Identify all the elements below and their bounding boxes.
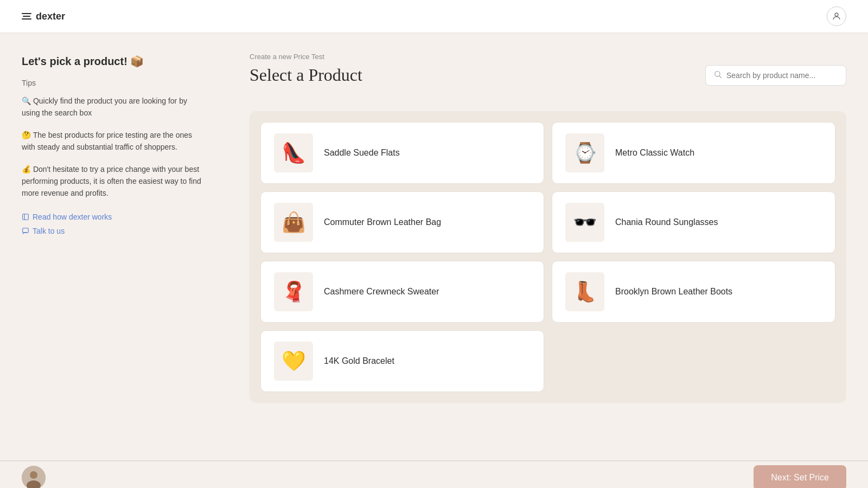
svg-point-0	[835, 13, 838, 16]
tip2-icon: 🤔	[22, 131, 31, 139]
search-box	[705, 65, 846, 86]
breadcrumb: Create a new Price Test	[250, 53, 846, 61]
sidebar-tip-1: 🔍 Quickly find the product you are looki…	[22, 95, 206, 119]
svg-point-4	[715, 72, 720, 76]
sidebar: Let's pick a product! 📦 Tips 🔍 Quickly f…	[0, 33, 228, 460]
next-button[interactable]: Next: Set Price	[754, 465, 846, 489]
product-card-cashmere-crewneck-sweater[interactable]: 🧣Cashmere Crewneck Sweater	[260, 261, 544, 323]
svg-line-5	[719, 76, 722, 78]
avatar	[22, 466, 46, 489]
page-title: Select a Product	[250, 65, 362, 85]
chat-icon	[22, 227, 29, 235]
product-image-brooklyn-brown-leather-boots: 👢	[565, 272, 604, 311]
product-name-metro-classic-watch: Metro Classic Watch	[615, 148, 694, 158]
product-image-commuter-brown-leather-bag: 👜	[274, 203, 313, 242]
avatar-image	[22, 466, 46, 489]
product-name-commuter-brown-leather-bag: Commuter Brown Leather Bag	[324, 217, 441, 227]
tip1-icon: 🔍	[22, 97, 31, 105]
book-icon	[22, 213, 29, 221]
sidebar-tips-label: Tips	[22, 79, 206, 87]
talk-to-us-link[interactable]: Talk to us	[22, 227, 206, 235]
tip3-icon: 💰	[22, 165, 31, 174]
product-name-saddle-suede-flats: Saddle Suede Flats	[324, 148, 400, 158]
sidebar-title: Let's pick a product! 📦	[22, 55, 206, 68]
product-name-cashmere-crewneck-sweater: Cashmere Crewneck Sweater	[324, 287, 439, 297]
sidebar-tip-2: 🤔 The best products for price testing ar…	[22, 129, 206, 153]
svg-point-7	[30, 471, 37, 479]
sidebar-tip-3: 💰 Don't hesitate to try a price change w…	[22, 163, 206, 200]
sidebar-links: Read how dexter works Talk to us	[22, 213, 206, 235]
products-area: 👠Saddle Suede Flats⌚Metro Classic Watch👜…	[250, 111, 846, 403]
product-image-cashmere-crewneck-sweater: 🧣	[274, 272, 313, 311]
product-card-chania-round-sunglasses[interactable]: 🕶️Chania Round Sunglasses	[552, 191, 835, 253]
product-name-brooklyn-brown-leather-boots: Brooklyn Brown Leather Boots	[615, 287, 732, 297]
tip3-text: Don't hesitate to try a price change wit…	[22, 165, 201, 198]
main-layout: Let's pick a product! 📦 Tips 🔍 Quickly f…	[0, 33, 868, 460]
read-how-link[interactable]: Read how dexter works	[22, 213, 206, 221]
svg-rect-1	[23, 214, 29, 220]
logo-icon	[22, 13, 31, 20]
logo-text: dexter	[36, 11, 65, 22]
tip1-text: Quickly find the product you are looking…	[22, 97, 187, 117]
header: dexter	[0, 0, 868, 33]
product-card-metro-classic-watch[interactable]: ⌚Metro Classic Watch	[552, 122, 835, 184]
footer: Next: Set Price	[0, 461, 868, 488]
user-icon	[832, 11, 841, 21]
product-image-14k-gold-bracelet: 💛	[274, 342, 313, 381]
product-card-14k-gold-bracelet[interactable]: 💛14K Gold Bracelet	[260, 330, 544, 392]
products-grid: 👠Saddle Suede Flats⌚Metro Classic Watch👜…	[260, 122, 835, 392]
product-image-metro-classic-watch: ⌚	[565, 133, 604, 172]
svg-rect-3	[23, 228, 29, 232]
search-input[interactable]	[726, 71, 838, 80]
user-avatar-button[interactable]	[827, 7, 846, 26]
search-icon	[713, 70, 722, 81]
product-card-saddle-suede-flats[interactable]: 👠Saddle Suede Flats	[260, 122, 544, 184]
product-card-commuter-brown-leather-bag[interactable]: 👜Commuter Brown Leather Bag	[260, 191, 544, 253]
product-name-14k-gold-bracelet: 14K Gold Bracelet	[324, 356, 394, 366]
product-image-chania-round-sunglasses: 🕶️	[565, 203, 604, 242]
product-image-saddle-suede-flats: 👠	[274, 133, 313, 172]
product-card-brooklyn-brown-leather-boots[interactable]: 👢Brooklyn Brown Leather Boots	[552, 261, 835, 323]
tip2-text: The best products for price testing are …	[22, 131, 192, 151]
logo: dexter	[22, 11, 65, 22]
main-content: Create a new Price Test Select a Product…	[228, 33, 868, 460]
product-name-chania-round-sunglasses: Chania Round Sunglasses	[615, 217, 718, 227]
